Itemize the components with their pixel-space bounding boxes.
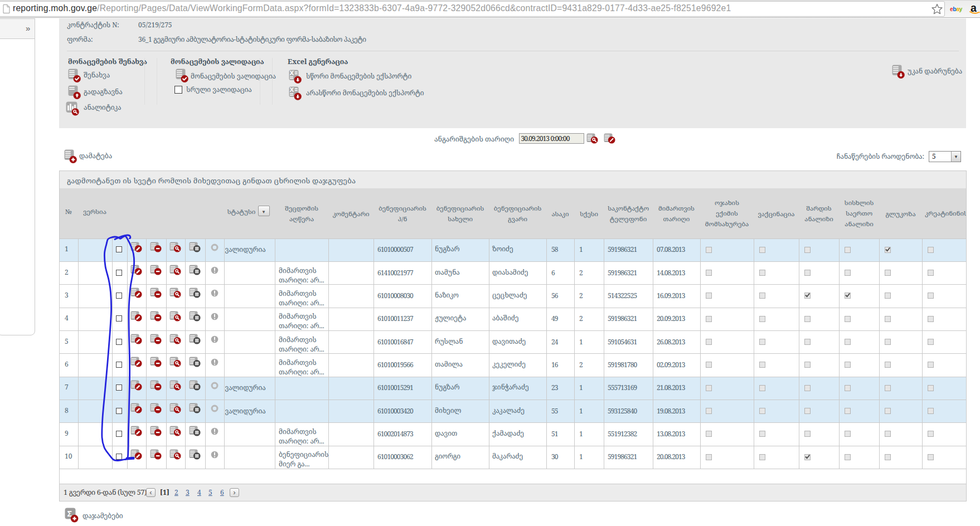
svg-text:X: X [290, 86, 294, 93]
svg-text:X: X [290, 70, 294, 76]
